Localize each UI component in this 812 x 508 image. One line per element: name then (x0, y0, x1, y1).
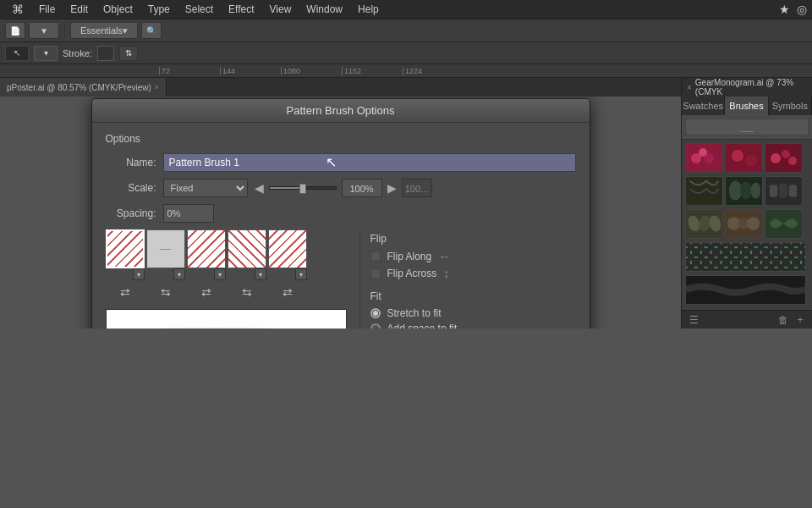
tool-option[interactable]: ▾ (34, 46, 58, 61)
stroke-color-swatch[interactable] (97, 46, 114, 61)
menu-window[interactable]: Window (299, 2, 349, 17)
panel-tabs: Swatches Brushes Symbols (682, 97, 812, 115)
tab-brushes[interactable]: Brushes (725, 97, 768, 115)
fit-stretch-radio[interactable] (370, 308, 381, 318)
tile-1-dropdown[interactable]: ▾ (133, 268, 145, 280)
brush-thumb-3[interactable] (765, 143, 803, 173)
spacing-input[interactable] (163, 204, 214, 223)
brush-thumb-5[interactable] (725, 176, 763, 206)
tile-icons-row: ⇄ ⇆ ⇄ ⇆ ⇄ (106, 282, 359, 302)
menu-help[interactable]: Help (351, 2, 386, 17)
fit-addspace-radio[interactable] (370, 323, 381, 329)
fit-addspace-row: Add space to fit (370, 323, 576, 329)
menu-edit[interactable]: Edit (63, 2, 95, 17)
brush-thumb-11[interactable] (685, 275, 806, 305)
tile-icon-1[interactable]: ⇄ (106, 282, 145, 302)
fit-stretch-row: Stretch to fit (370, 307, 576, 319)
tab-swatches[interactable]: Swatches (682, 97, 725, 115)
brush-row-2 (685, 176, 809, 206)
tile-2-container: ~~~ ▾ (146, 229, 185, 280)
lower-content: pPoster.ai @ 80.57% (CMYK/Preview) × Pat… (0, 78, 812, 329)
panel-title-close[interactable]: × (687, 83, 692, 92)
spacing-row: Spacing: (106, 204, 576, 223)
svg-rect-14 (789, 185, 798, 196)
dialog-two-col: ▾ ~~~ ▾ (106, 229, 576, 329)
svg-point-5 (745, 155, 757, 167)
stroke-swap-icon[interactable]: ⇅ (119, 46, 138, 61)
scale-slider[interactable] (269, 186, 337, 190)
tile-2[interactable]: ~~~ (146, 229, 185, 268)
brush-row-1 (685, 143, 809, 173)
tile-1[interactable] (106, 229, 145, 268)
tile-icon-4[interactable]: ⇆ (228, 282, 266, 302)
scale-value: 100% (342, 179, 382, 197)
new-file-btn[interactable]: 📄 (5, 22, 25, 39)
name-label: Name: (106, 157, 156, 168)
preview-area (106, 309, 347, 329)
tile-5-dropdown[interactable]: ▾ (295, 268, 307, 280)
ruler: 72 144 1080 1152 1224 (0, 64, 812, 78)
tool-select[interactable]: ↖ (5, 46, 29, 61)
ruler-mark: 1224 (403, 67, 464, 75)
stroke-label: Stroke: (63, 48, 92, 58)
brush-thumb-9[interactable] (765, 209, 803, 239)
dialog-left-col: ▾ ~~~ ▾ (106, 229, 359, 329)
panel-title-bar: × GearMonogram.ai @ 73% (CMYK (682, 78, 812, 97)
flip-along-label: Flip Along (387, 251, 432, 262)
doc-tab-poster[interactable]: pPoster.ai @ 80.57% (CMYK/Preview) × (0, 78, 167, 97)
svg-point-9 (729, 181, 742, 201)
flip-along-checkbox[interactable] (370, 251, 381, 262)
apple-menu[interactable]: ⌘ (5, 1, 30, 18)
menu-type[interactable]: Type (141, 2, 177, 17)
tab-symbols[interactable]: Symbols (769, 97, 812, 115)
svg-point-11 (751, 182, 760, 198)
tile-3[interactable] (187, 229, 226, 268)
dialog-titlebar: Pattern Brush Options (92, 99, 590, 123)
scale-label: Scale: (106, 182, 156, 194)
canvas-container: Pattern Brush Options Options Name: Scal… (0, 97, 681, 329)
svg-point-6 (771, 153, 781, 163)
circle-icon[interactable]: ◎ (797, 3, 807, 16)
options-header: Options (106, 133, 576, 145)
brush-thumb-6[interactable] (765, 176, 803, 206)
menu-object[interactable]: Object (96, 2, 140, 17)
tile-icon-2[interactable]: ⇆ (146, 282, 185, 302)
brushes-content[interactable] (682, 140, 812, 310)
search-btn[interactable]: 🔍 (141, 22, 162, 39)
tile-2-dropdown[interactable]: ▾ (173, 268, 185, 280)
brush-row-5 (685, 275, 809, 305)
svg-point-17 (707, 214, 722, 233)
name-input[interactable] (163, 153, 576, 172)
scale-min-icon[interactable]: ◀ (255, 181, 264, 195)
scale-slider-container: ◀ 100% ▶ 100... (255, 179, 576, 197)
brush-thumb-2[interactable] (725, 143, 763, 173)
panel-menu-icon[interactable]: ☰ (687, 313, 700, 327)
tile-4-dropdown[interactable]: ▾ (255, 268, 266, 280)
tile-icon-5[interactable]: ⇄ (268, 282, 307, 302)
menu-effect[interactable]: Effect (222, 2, 261, 17)
brush-thumb-4[interactable] (685, 176, 723, 206)
tile-icon-3[interactable]: ⇄ (187, 282, 226, 302)
dialog-title: Pattern Brush Options (287, 104, 395, 117)
menu-file[interactable]: File (32, 2, 62, 17)
menu-select[interactable]: Select (178, 2, 220, 17)
scale-value-right: 100... (402, 179, 432, 197)
brush-thumb-8[interactable] (725, 209, 763, 239)
panel-delete-icon[interactable]: 🗑 (776, 313, 790, 327)
essentials-btn[interactable]: Essentials ▾ (70, 22, 138, 39)
scale-row: Scale: Fixed Fixed ◀ 100% (106, 179, 576, 197)
brush-thumb-10[interactable] (685, 242, 806, 272)
scale-type-select[interactable]: Fixed Fixed (163, 179, 248, 197)
scale-max-icon[interactable]: ▶ (387, 181, 397, 195)
brush-row-3 (685, 209, 809, 239)
tile-4[interactable] (228, 229, 266, 268)
open-file-btn[interactable]: ▼ (29, 22, 59, 39)
tile-5[interactable] (268, 229, 307, 268)
menu-view[interactable]: View (263, 2, 299, 17)
brush-thumb-1[interactable] (685, 143, 723, 173)
flip-across-checkbox[interactable] (370, 268, 381, 279)
brush-thumb-7[interactable] (685, 209, 723, 239)
flip-section-title: Flip (370, 233, 576, 245)
tile-3-dropdown[interactable]: ▾ (214, 268, 226, 280)
panel-add-icon[interactable]: + (793, 313, 807, 327)
